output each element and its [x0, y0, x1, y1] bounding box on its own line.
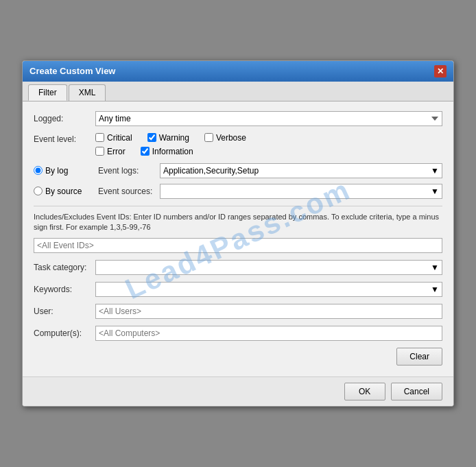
- event-sources-label: Event sources:: [98, 187, 160, 196]
- tab-xml[interactable]: XML: [69, 84, 106, 101]
- user-input[interactable]: [95, 304, 442, 319]
- event-sources-arrow: ▼: [431, 187, 439, 196]
- event-level-row: Event level: Critical Warning: [34, 133, 442, 156]
- dialog-title: Create Custom View: [29, 66, 115, 76]
- by-source-label: By source: [45, 187, 82, 196]
- event-ids-input[interactable]: [34, 238, 442, 253]
- clear-row: Clear: [34, 348, 442, 366]
- computers-row: Computer(s):: [34, 326, 442, 341]
- checkbox-critical-label: Critical: [107, 133, 132, 143]
- filter-content: Logged: Any time Event level: Critical: [23, 101, 453, 377]
- checkbox-information-group: Information: [141, 147, 193, 156]
- tab-filter[interactable]: Filter: [28, 84, 67, 101]
- by-source-radio-group: By source: [34, 187, 95, 196]
- checkbox-verbose-label: Verbose: [216, 133, 246, 143]
- user-label: User:: [34, 307, 95, 316]
- task-category-arrow: ▼: [431, 263, 439, 272]
- cancel-button[interactable]: Cancel: [391, 383, 442, 400]
- keywords-row: Keywords: ▼: [34, 282, 442, 297]
- checkbox-verbose[interactable]: [204, 133, 213, 142]
- checkbox-warning-label: Warning: [159, 133, 189, 143]
- description-text: Includes/Excludes Event IDs: Enter ID nu…: [34, 206, 442, 233]
- by-log-row: By log Event logs: Application,Security,…: [34, 163, 442, 178]
- task-category-dropdown[interactable]: ▼: [95, 260, 442, 275]
- task-category-row: Task category: ▼: [34, 260, 442, 275]
- event-logs-arrow: ▼: [431, 166, 439, 176]
- title-bar: Create Custom View ✕: [23, 61, 453, 82]
- user-row: User:: [34, 304, 442, 319]
- checkbox-information[interactable]: [141, 147, 150, 156]
- by-log-label: By log: [45, 166, 68, 176]
- checkbox-critical-group: Critical: [95, 133, 132, 143]
- by-source-row: By source Event sources: ▼: [34, 184, 442, 199]
- computers-label: Computer(s):: [34, 328, 95, 338]
- event-level-checkboxes: Critical Warning Verbose: [95, 133, 442, 156]
- clear-button[interactable]: Clear: [396, 348, 442, 366]
- event-level-row-1: Critical Warning Verbose: [95, 133, 442, 143]
- event-level-label: Event level:: [34, 133, 95, 144]
- checkbox-error[interactable]: [95, 147, 104, 156]
- computers-input[interactable]: [95, 326, 442, 341]
- radio-by-log[interactable]: [34, 166, 43, 175]
- radio-by-source[interactable]: [34, 187, 43, 195]
- checkbox-warning-group: Warning: [147, 133, 189, 143]
- checkbox-error-group: Error: [95, 147, 126, 156]
- tabs: Filter XML: [23, 82, 453, 101]
- checkbox-warning[interactable]: [147, 133, 156, 142]
- event-logs-value: Application,Security,Setup: [163, 166, 259, 176]
- keywords-dropdown[interactable]: ▼: [95, 282, 442, 297]
- checkbox-information-label: Information: [152, 147, 193, 156]
- logged-label: Logged:: [34, 114, 95, 123]
- task-category-label: Task category:: [34, 263, 95, 272]
- checkbox-verbose-group: Verbose: [204, 133, 246, 143]
- bottom-buttons: OK Cancel: [23, 376, 453, 406]
- keywords-label: Keywords:: [34, 285, 95, 294]
- checkbox-error-label: Error: [107, 147, 126, 156]
- event-sources-dropdown[interactable]: ▼: [160, 184, 442, 199]
- checkbox-critical[interactable]: [95, 133, 104, 142]
- keywords-arrow: ▼: [431, 285, 439, 294]
- event-logs-label: Event logs:: [98, 166, 160, 176]
- event-level-row-2: Error Information: [95, 147, 442, 156]
- event-ids-row: [34, 238, 442, 253]
- by-log-radio-group: By log: [34, 166, 95, 176]
- event-logs-dropdown[interactable]: Application,Security,Setup ▼: [160, 163, 442, 178]
- logged-select[interactable]: Any time: [95, 111, 442, 126]
- ok-button[interactable]: OK: [344, 383, 385, 400]
- close-button[interactable]: ✕: [434, 65, 447, 77]
- logged-row: Logged: Any time: [34, 111, 442, 126]
